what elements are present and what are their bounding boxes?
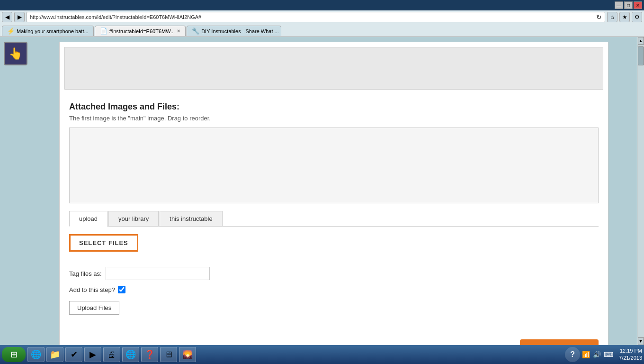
taskbar-check-icon[interactable]: ✔ (65, 347, 82, 362)
tab-label-1: #instructableId=E60T6MW... (109, 28, 175, 34)
taskbar-globe-icon[interactable]: 🌐 (122, 347, 139, 362)
select-files-button[interactable]: SELECT FILES (69, 234, 138, 252)
add-step-row: Add to this step? (69, 286, 599, 293)
title-bar: — □ ✕ (0, 0, 644, 10)
attached-images-section: Attached Images and Files: The first ima… (60, 94, 608, 332)
top-image-area (64, 47, 603, 90)
taskbar-ie-icon[interactable]: 🌐 (27, 347, 45, 362)
tray-speaker-icon: 🔊 (593, 351, 601, 358)
taskbar-photo-icon[interactable]: 🌄 (179, 347, 196, 362)
add-step-checkbox[interactable] (118, 286, 125, 293)
scrollbar-right[interactable]: ▲ ▼ (637, 37, 644, 345)
nav-bar: ◀ ▶ http://www.instructables.com/id/edit… (0, 10, 644, 24)
home-button[interactable]: ⌂ (607, 12, 617, 22)
tabs-bar: ⚡ Making your smartphone batt... 📄 #inst… (0, 24, 644, 36)
sidebar-logo: 👆 (4, 42, 27, 65)
close-button[interactable]: ✕ (634, 1, 642, 9)
settings-button[interactable]: ⚙ (632, 12, 642, 22)
taskbar-media-icon[interactable]: ▶ (84, 347, 101, 362)
address-text: http://www.instructables.com/id/edit/?in… (30, 14, 593, 20)
start-button[interactable]: ⊞ (2, 347, 26, 362)
taskbar-help-button[interactable]: ? (565, 347, 580, 362)
add-step-label: Add to this step? (69, 286, 115, 293)
tag-input[interactable] (106, 267, 210, 280)
scrollbar-thumb[interactable] (638, 46, 644, 65)
browser-tab-1[interactable]: 📄 #instructableId=E60T6MW... ✕ (95, 26, 186, 36)
taskbar-clock: 12:19 PM 7/21/2013 (619, 347, 642, 362)
upload-tabs: upload your library this instructable (69, 211, 599, 227)
scroll-down-arrow[interactable]: ▼ (638, 337, 644, 345)
browser-tab-2[interactable]: 🔧 DIY Instructables - Share What ... (187, 26, 281, 36)
page-wrapper: Attached Images and Files: The first ima… (36, 42, 632, 345)
tab-your-library[interactable]: your library (108, 211, 159, 226)
content-column: Attached Images and Files: The first ima… (59, 42, 608, 345)
taskbar-hp-icon[interactable]: 🖨 (103, 347, 120, 362)
taskbar-tray: 📶 🔊 ⌨ (582, 351, 617, 358)
tag-row: Tag files as: (69, 267, 599, 280)
taskbar: ⊞ 🌐 📁 ✔ ▶ 🖨 🌐 ❓ 🖥 🌄 ? 📶 🔊 ⌨ 12:19 PM 7/2… (0, 345, 644, 364)
clock-time: 12:19 PM (619, 347, 642, 355)
scroll-up-arrow[interactable]: ▲ (638, 37, 644, 45)
taskbar-question-icon[interactable]: ❓ (141, 347, 158, 362)
main-content: Attached Images and Files: The first ima… (31, 37, 637, 345)
upload-files-button[interactable]: Upload Files (69, 301, 119, 315)
tag-label: Tag files as: (69, 270, 102, 277)
tray-extra-icon: ⌨ (604, 351, 613, 358)
clock-date: 7/21/2013 (619, 355, 642, 362)
browser-tab-0[interactable]: ⚡ Making your smartphone batt... (2, 26, 94, 36)
tab-upload[interactable]: upload (69, 211, 107, 227)
save-now-button[interactable]: Save Now (520, 339, 599, 345)
taskbar-explorer-icon[interactable]: 📁 (46, 347, 63, 362)
tab-label-0: Making your smartphone batt... (17, 28, 89, 34)
refresh-icon[interactable]: ↻ (596, 13, 602, 21)
taskbar-monitor-icon[interactable]: 🖥 (160, 347, 177, 362)
tab-this-instructable[interactable]: this instructable (160, 211, 222, 226)
section-title: Attached Images and Files: (69, 102, 599, 112)
minimize-button[interactable]: — (615, 1, 623, 9)
forward-button[interactable]: ▶ (14, 12, 25, 22)
sidebar-left: 👆 (0, 37, 31, 345)
tab-close-1[interactable]: ✕ (177, 28, 180, 34)
image-dropzone[interactable] (69, 127, 599, 203)
favorites-button[interactable]: ★ (619, 12, 630, 22)
browser-chrome: ◀ ▶ http://www.instructables.com/id/edit… (0, 10, 644, 37)
save-now-area: Save Now (60, 332, 608, 345)
tray-network-icon: 📶 (582, 351, 590, 358)
back-button[interactable]: ◀ (2, 12, 12, 22)
section-subtitle: The first image is the "main" image. Dra… (69, 115, 599, 122)
address-bar[interactable]: http://www.instructables.com/id/edit/?in… (27, 12, 605, 22)
tab-label-2: DIY Instructables - Share What ... (201, 28, 279, 34)
maximize-button[interactable]: □ (624, 1, 633, 9)
